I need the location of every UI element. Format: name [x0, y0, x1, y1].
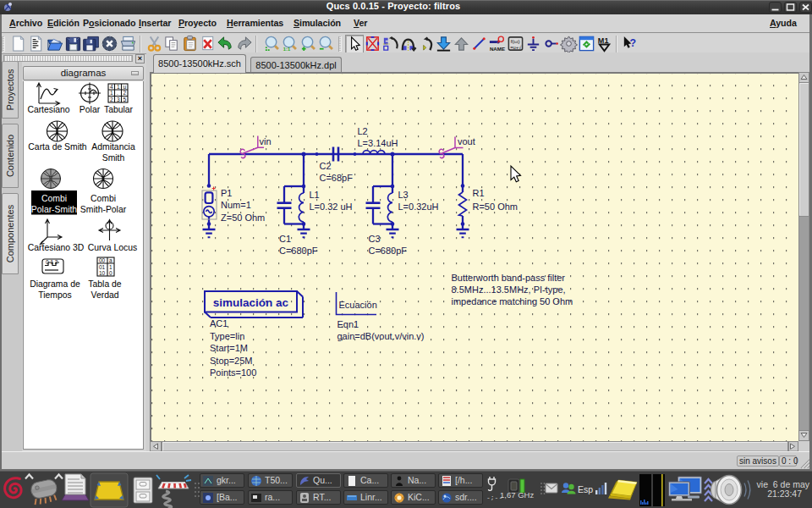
svg-text:Ecuación: Ecuación	[339, 300, 377, 310]
svg-text:L=0.32uH: L=0.32uH	[398, 202, 439, 212]
svg-text:L2: L2	[358, 126, 368, 136]
svg-text:Tabular: Tabular	[104, 105, 134, 114]
svg-text:1,67 GHz: 1,67 GHz	[500, 490, 534, 500]
svg-text:R=50 Ohm: R=50 Ohm	[473, 202, 518, 212]
svg-text:Z=50 Ohm: Z=50 Ohm	[221, 213, 265, 223]
svg-text:C=680pF: C=680pF	[279, 246, 318, 256]
svg-text:?: ?	[630, 37, 637, 49]
svg-text:P1: P1	[221, 188, 232, 198]
svg-text:1:1: 1:1	[283, 47, 291, 52]
svg-text:2: 2	[123, 90, 127, 96]
svg-text:1: 1	[110, 90, 113, 96]
svg-text:01: 01	[99, 264, 106, 270]
svg-text:Tabla de: Tabla de	[88, 279, 122, 289]
svg-text:21:23:47: 21:23:47	[767, 489, 802, 499]
svg-text:vin: vin	[260, 136, 272, 146]
svg-text:f(ω): f(ω)	[511, 38, 520, 44]
svg-text:Curva Locus: Curva Locus	[88, 243, 137, 252]
svg-text:Combi: Combi	[91, 194, 116, 203]
svg-text:8.5MHz...13.5MHz, PI-type,: 8.5MHz...13.5MHz, PI-type,	[452, 284, 566, 295]
svg-text:0: 0	[109, 270, 112, 276]
svg-text:Carta de Smith: Carta de Smith	[28, 142, 87, 152]
svg-text:Type=lin: Type=lin	[210, 331, 244, 341]
svg-text:Start=1M: Start=1M	[210, 343, 248, 353]
svg-text:NAME: NAME	[490, 46, 505, 52]
svg-text:Eqn1: Eqn1	[337, 319, 359, 329]
svg-text:Points=100: Points=100	[210, 367, 256, 378]
svg-text:L3: L3	[398, 190, 409, 200]
svg-text:Diagrama de: Diagrama de	[30, 279, 80, 289]
svg-text:2: 2	[110, 97, 113, 102]
svg-text:=u+√: =u+√	[510, 45, 522, 50]
svg-text:Smith-Polar: Smith-Polar	[80, 205, 127, 214]
svg-text:L1: L1	[310, 190, 320, 200]
svg-text:Butterworth band-pass filter: Butterworth band-pass filter	[452, 273, 566, 283]
svg-text:L=3.14uH: L=3.14uH	[358, 138, 398, 148]
svg-text:1: 1	[109, 264, 112, 270]
svg-text:gain=dB(vout.v/vin.v): gain=dB(vout.v/vin.v)	[337, 331, 425, 341]
svg-text:10: 10	[99, 270, 106, 276]
svg-text:Tiempos: Tiempos	[38, 290, 71, 300]
svg-text:impedance matching 50 Ohm: impedance matching 50 Ohm	[452, 296, 573, 306]
svg-text:3: 3	[117, 97, 120, 102]
svg-text:Admitancia: Admitancia	[91, 142, 135, 152]
svg-text:Stop=25M: Stop=25M	[210, 356, 252, 366]
svg-text:5: 5	[123, 97, 127, 102]
svg-text:u: u	[123, 84, 127, 90]
svg-text:00: 00	[99, 257, 106, 263]
svg-text:M1: M1	[598, 36, 609, 45]
svg-text:1: 1	[117, 84, 120, 90]
svg-text:4: 4	[110, 84, 113, 90]
svg-text:Num=1: Num=1	[221, 200, 251, 210]
svg-text:simulación ac: simulación ac	[213, 296, 289, 309]
svg-text:Combi: Combi	[41, 194, 67, 203]
svg-text:vout: vout	[458, 136, 475, 146]
svg-text:C=68pF: C=68pF	[320, 173, 354, 183]
svg-text:Cartesiano: Cartesiano	[27, 105, 69, 114]
svg-text:Polar: Polar	[80, 105, 101, 114]
svg-text:a: a	[109, 257, 112, 263]
svg-text:vie 6 de may: vie 6 de may	[757, 479, 810, 489]
svg-text:L=0.32 uH: L=0.32 uH	[310, 202, 353, 212]
svg-text:C2: C2	[320, 161, 332, 171]
svg-text:C=680pF: C=680pF	[369, 246, 408, 256]
svg-text:Cartesiano 3D: Cartesiano 3D	[28, 243, 84, 252]
svg-text:.: .	[117, 90, 118, 96]
svg-text:C1: C1	[279, 234, 291, 244]
svg-text:Verdad: Verdad	[91, 290, 119, 300]
svg-text:C3: C3	[369, 234, 381, 244]
svg-text:0 1 2: 0 1 2	[46, 259, 58, 265]
svg-text:Polar-Smith: Polar-Smith	[31, 205, 77, 214]
svg-text:AC1: AC1	[210, 318, 228, 329]
svg-text:R1: R1	[473, 188, 485, 198]
svg-text:Esp: Esp	[578, 484, 593, 494]
svg-text:Smith: Smith	[102, 153, 125, 163]
